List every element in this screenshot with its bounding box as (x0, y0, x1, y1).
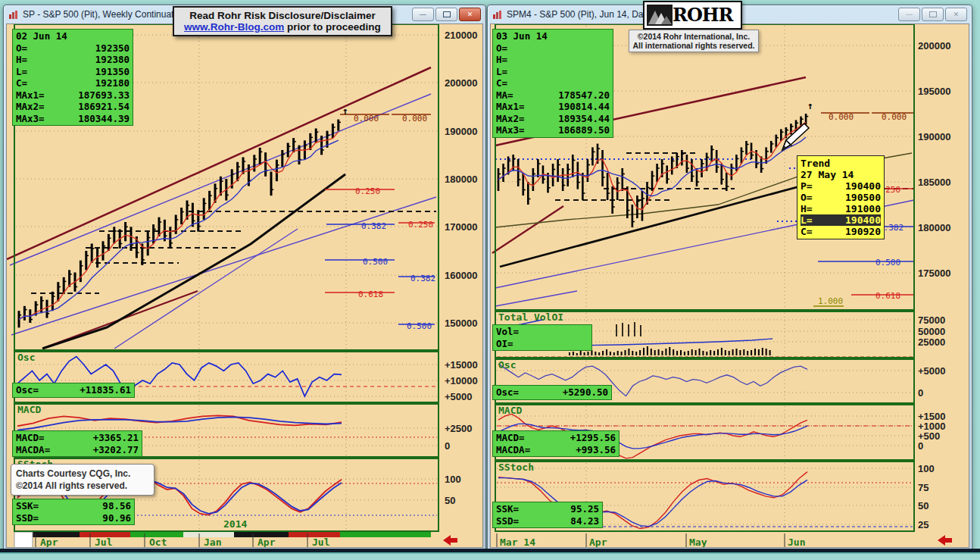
svg-text:75: 75 (918, 482, 929, 493)
data-row: H=191000 (801, 203, 881, 214)
svg-text:25000: 25000 (918, 336, 945, 348)
svg-text:0.618: 0.618 (875, 291, 900, 301)
data-row: C= (496, 77, 610, 89)
data-row: MACDA=+993.56 (496, 444, 616, 456)
data-row: SSD=84.23 (496, 515, 599, 527)
svg-text:0.250: 0.250 (408, 220, 433, 230)
svg-text:Jun: Jun (788, 537, 805, 548)
svg-text:195000: 195000 (918, 86, 950, 97)
restore-icon[interactable] (435, 8, 457, 21)
svg-text:200000: 200000 (918, 40, 950, 52)
sstoch-value-box-right: SSK=95.25SSD=84.23 (492, 502, 603, 528)
rohr-copyright-box: ©2014 Rohr International, Inc. All inter… (629, 30, 759, 52)
data-row: MACDA=+3202.77 (16, 444, 139, 456)
svg-text:2014: 2014 (223, 518, 247, 530)
svg-text:Apr: Apr (257, 537, 276, 548)
data-row: H= (496, 54, 610, 66)
svg-text:+5000: +5000 (918, 365, 946, 377)
svg-text:190000: 190000 (918, 131, 950, 142)
svg-text:0.000: 0.000 (354, 114, 379, 124)
svg-text:Jul: Jul (312, 537, 329, 548)
svg-text:Total VolOI: Total VolOI (498, 311, 563, 323)
data-row: Osc=+11835.61 (16, 384, 131, 396)
data-row: MACD=+3365.21 (16, 432, 139, 444)
svg-text:100: 100 (918, 463, 935, 474)
svg-text:180000: 180000 (918, 222, 950, 233)
svg-text:Jan: Jan (204, 537, 221, 548)
svg-text:0.000: 0.000 (402, 114, 427, 124)
pencil-cursor (777, 120, 810, 155)
window-title: SP - S&P 500 (Pit), Weekly Continuatio (23, 9, 181, 20)
cqg-line1: Charts Courtesy CQG, Inc. (16, 468, 149, 480)
disclaimer-line2: prior to proceeding (284, 21, 381, 33)
vol-oi-box-right: Vol=OI= (492, 324, 592, 351)
data-row: MAx2=189354.44 (496, 113, 610, 125)
data-row: C=190920 (801, 226, 881, 237)
close-icon[interactable]: ✕ (945, 8, 967, 21)
data-row: O=190500 (801, 192, 881, 203)
info-date: 03 Jun 14 (496, 30, 610, 42)
desktop-edge (0, 549, 980, 560)
data-row: L= (496, 66, 610, 78)
data-row: O= (496, 42, 610, 55)
app-icon (492, 9, 503, 20)
svg-text:Osc: Osc (498, 359, 516, 371)
svg-text:0.000: 0.000 (829, 112, 854, 122)
svg-text:+2500: +2500 (445, 423, 473, 434)
svg-text:25: 25 (918, 519, 929, 530)
svg-text:100: 100 (445, 474, 461, 485)
svg-text:0.382: 0.382 (361, 221, 386, 231)
data-row: SSK=98.56 (16, 500, 131, 512)
svg-text:0.618: 0.618 (358, 289, 383, 299)
rohr-copyright-line1: ©2014 Rohr International, Inc. (631, 32, 757, 41)
ohlc-info-box-right: 03 Jun 14 O=H=L=C=MA=178547.20MAx1=19081… (492, 29, 613, 138)
osc-value-box-right: Osc=+5290.50 (492, 385, 612, 400)
svg-text:↑: ↑ (342, 105, 348, 117)
svg-text:Mar 14: Mar 14 (500, 537, 535, 548)
data-row: OI= (496, 338, 588, 350)
data-row: H=192380 (16, 54, 130, 66)
rohr-blog-link[interactable]: www.Rohr-Blog.com (184, 21, 284, 33)
ohlc-info-box-left: 02 Jun 14 O=192350H=192380L=191350C=1921… (12, 29, 133, 126)
svg-text:50: 50 (918, 500, 929, 512)
minimize-icon[interactable]: — (898, 8, 920, 21)
data-row: MA=178547.20 (496, 89, 610, 102)
svg-text:0: 0 (445, 440, 450, 452)
macd-value-box-left: MACD=+3365.21MACDA=+3202.77 (12, 430, 142, 457)
svg-text:+5000: +5000 (445, 391, 473, 402)
close-icon[interactable]: ✕ (459, 8, 481, 21)
svg-text:↑: ↑ (807, 100, 813, 111)
minimize-icon[interactable]: — (412, 8, 434, 21)
svg-text:170000: 170000 (445, 221, 477, 233)
data-row: SSK=95.25 (496, 503, 599, 515)
svg-text:50000: 50000 (918, 326, 945, 337)
svg-text:190000: 190000 (445, 126, 477, 137)
data-row: L=190400 (801, 214, 881, 226)
svg-text:0.000: 0.000 (882, 112, 907, 122)
svg-text:Osc: Osc (17, 352, 35, 363)
data-row: SSD=90.96 (16, 512, 131, 524)
trend-tooltip-title: Trend (801, 158, 881, 169)
cqg-line2: ©2014 All rights reserved. (16, 480, 149, 492)
svg-text:Apr: Apr (40, 537, 58, 548)
info-date: 02 Jun 14 (16, 30, 130, 42)
data-row: MACD=+1295.56 (496, 432, 616, 444)
svg-text:0.500: 0.500 (875, 258, 900, 267)
trend-tooltip-date: 27 May 14 (801, 169, 881, 180)
svg-text:May: May (689, 537, 707, 548)
trend-tooltip: Trend 27 May 14 P=190400O=190500H=191000… (797, 155, 885, 239)
restore-icon[interactable] (922, 8, 944, 21)
window-title: SPM4 - S&P 500 (Pit), Jun 14, Daily (507, 9, 652, 20)
svg-text:0.500: 0.500 (407, 321, 432, 331)
rohr-logo: ROHR (643, 1, 742, 30)
osc-value-box-left: Osc=+11835.61 (12, 383, 135, 398)
sstoch-value-box-left: SSK=98.56SSD=90.96 (12, 499, 135, 525)
svg-text:MACD: MACD (498, 405, 522, 416)
rohr-logo-mountain-icon (647, 5, 673, 26)
svg-text:0.500: 0.500 (363, 257, 388, 267)
svg-text:Jul: Jul (95, 537, 112, 548)
rohr-copyright-line2: All international rights reserved. (631, 41, 757, 50)
svg-text:150000: 150000 (445, 318, 477, 329)
data-row: MAx3=180344.39 (16, 113, 130, 125)
svg-text:0.382: 0.382 (410, 274, 435, 283)
